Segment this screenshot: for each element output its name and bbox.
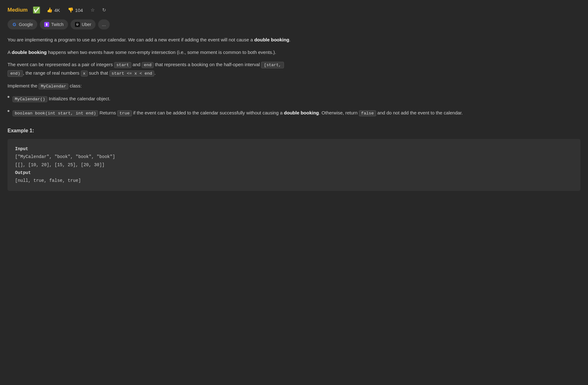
- top-bar: Medium ✅ 👍 4K 👎 104 ☆ ↻: [8, 5, 580, 15]
- true-code: true: [117, 110, 132, 116]
- double-booking-def-paragraph: A double booking happens when two events…: [8, 48, 580, 56]
- interval-text-such: such that: [88, 70, 109, 76]
- input-line-2: [[], [10, 20], [15, 25], [20, 30]]: [15, 161, 573, 169]
- star-icon: ☆: [91, 7, 95, 13]
- difficulty-label: Medium: [8, 6, 28, 14]
- start-code: start: [114, 62, 131, 68]
- intro-text: You are implementing a program to use as…: [8, 37, 291, 42]
- company-tag-twitch[interactable]: ▮ Twitch: [40, 19, 68, 29]
- constructor-desc: Initializes the calendar object.: [49, 96, 110, 101]
- list-item-book: boolean book(int start, int end) Returns…: [8, 109, 580, 117]
- end-code: end: [142, 62, 154, 68]
- more-companies-button[interactable]: ...: [98, 19, 110, 29]
- list-item-book-content: boolean book(int start, int end) Returns…: [13, 109, 463, 117]
- methods-list: MyCalendar() Initializes the calendar ob…: [8, 95, 580, 117]
- example-code-block: Input ["MyCalendar", "book", "book", "bo…: [8, 139, 580, 191]
- company-tags: G Google ▮ Twitch Ü Uber ...: [8, 19, 580, 29]
- thumbs-down-icon: 👎: [68, 7, 74, 13]
- star-button[interactable]: ☆: [89, 7, 96, 13]
- book-returns-prefix: Returns: [99, 110, 117, 115]
- implement-suffix: class:: [68, 83, 82, 88]
- output-line-1: [null, true, false, true]: [15, 177, 573, 185]
- interval-text-prefix: The event can be represented as a pair o…: [8, 62, 114, 67]
- double-booking-bold-1: double booking: [254, 37, 289, 42]
- input-line-1: ["MyCalendar", "book", "book", "book"]: [15, 153, 573, 161]
- mycalendar-class-code: MyCalendar: [39, 83, 68, 89]
- refresh-button[interactable]: ↻: [101, 7, 108, 13]
- input-label: Input: [15, 145, 573, 153]
- refresh-icon: ↻: [102, 7, 106, 13]
- bullet-dot-2: [8, 110, 9, 112]
- example-section: Example 1: Input ["MyCalendar", "book", …: [8, 127, 580, 191]
- interval-text-period: .: [154, 70, 155, 76]
- implement-prefix: Implement the: [8, 83, 39, 88]
- interval-box-end: end): [8, 70, 23, 77]
- double-booking-prefix: A: [8, 50, 12, 55]
- output-label: Output: [15, 169, 573, 177]
- double-booking-bold-2: double booking: [12, 50, 47, 55]
- interval-paragraph: The event can be represented as a pair o…: [8, 61, 580, 77]
- false-code: false: [359, 110, 376, 116]
- constructor-code: MyCalendar(): [13, 96, 47, 102]
- implement-paragraph: Implement the MyCalendar class:: [8, 82, 580, 90]
- book-desc-mid: if the event can be added to the calenda…: [132, 110, 359, 115]
- check-icon: ✅: [33, 5, 40, 15]
- thumbs-up-icon: 👍: [47, 7, 53, 13]
- upvote-button[interactable]: 👍 4K: [45, 7, 61, 13]
- x-code: x: [81, 71, 88, 76]
- intro-paragraph: You are implementing a program to use as…: [8, 36, 580, 44]
- interval-text-mid1: and: [131, 62, 142, 67]
- interval-text-range: , the range of real numbers: [23, 70, 81, 76]
- book-desc-end: and do not add the event to the calendar…: [376, 110, 463, 115]
- list-item-constructor: MyCalendar() Initializes the calendar ob…: [8, 95, 580, 103]
- google-icon: G: [12, 22, 17, 27]
- twitch-icon: ▮: [44, 22, 49, 27]
- start-lte-x-lt-end-code: start <= x < end: [109, 71, 155, 76]
- example-title: Example 1:: [8, 127, 580, 135]
- company-name-twitch: Twitch: [51, 21, 64, 28]
- downvote-button[interactable]: 👎 104: [66, 7, 84, 13]
- list-item-constructor-content: MyCalendar() Initializes the calendar ob…: [13, 95, 110, 103]
- interval-text-mid2: that represents a booking on the half-op…: [154, 62, 261, 67]
- double-booking-def-text: happens when two events have some non-em…: [47, 50, 276, 55]
- company-name-uber: Uber: [82, 21, 91, 28]
- upvote-count: 4K: [54, 8, 60, 13]
- interval-box-start: [start,: [261, 62, 284, 68]
- uber-icon: Ü: [75, 22, 80, 27]
- company-tag-google[interactable]: G Google: [8, 19, 37, 29]
- downvote-count: 104: [75, 8, 83, 13]
- bullet-dot-1: [8, 96, 9, 98]
- book-method-code: boolean book(int start, int end): [13, 110, 98, 116]
- company-tag-uber[interactable]: Ü Uber: [71, 19, 96, 29]
- company-name-google: Google: [19, 21, 33, 28]
- double-booking-bold-3: double booking: [284, 110, 319, 115]
- problem-description: You are implementing a program to use as…: [8, 36, 580, 117]
